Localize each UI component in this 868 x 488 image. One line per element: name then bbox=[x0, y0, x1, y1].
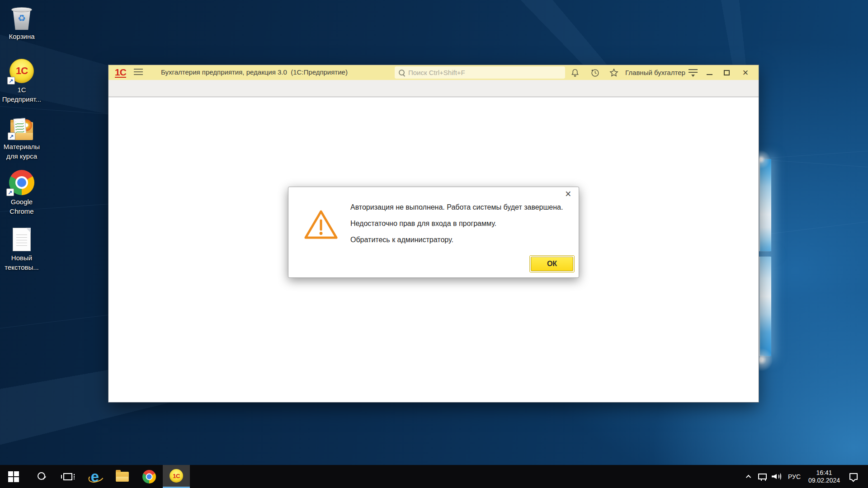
desktop-icon-recycle-bin[interactable]: ♻ Корзина bbox=[0, 4, 43, 41]
shortcut-arrow-icon: ↗ bbox=[6, 188, 14, 196]
ok-button-focus-ring: ОК bbox=[529, 255, 575, 272]
dialog-message: Авторизация не выполнена. Работа системы… bbox=[350, 199, 567, 248]
desktop-icon-label: Материалы для курса bbox=[0, 142, 43, 161]
wallpaper-window-pane bbox=[760, 257, 771, 356]
tray-date: 09.02.2024 bbox=[808, 477, 840, 484]
desktop-icon-google-chrome[interactable]: ↗ Google Chrome bbox=[0, 169, 43, 216]
desktop-icon-label: 1С Предприят... bbox=[0, 85, 43, 104]
folder-documents-icon: ↗ bbox=[0, 114, 43, 140]
taskbar-internet-explorer[interactable]: e bbox=[81, 465, 108, 488]
warning-triangle-icon bbox=[303, 208, 339, 241]
authorization-error-dialog: × Авторизация не выполнена. Работа систе… bbox=[288, 187, 579, 278]
ok-button[interactable]: ОК bbox=[531, 257, 573, 271]
service-settings-menu-icon[interactable] bbox=[689, 69, 698, 76]
dialog-message-line: Обратитесь к администратору. bbox=[350, 232, 567, 248]
dialog-message-line: Недостаточно прав для входа в программу. bbox=[350, 216, 567, 232]
shortcut-arrow-icon: ↗ bbox=[7, 77, 15, 84]
recycle-bin-icon: ♻ bbox=[0, 4, 43, 30]
taskbar-file-explorer[interactable] bbox=[108, 465, 136, 488]
network-icon[interactable] bbox=[755, 465, 769, 488]
search-input[interactable] bbox=[408, 69, 565, 76]
chrome-icon bbox=[142, 470, 156, 483]
minimize-button[interactable] bbox=[702, 65, 717, 80]
chrome-icon: ↗ bbox=[0, 169, 43, 195]
wallpaper-window-pane bbox=[760, 159, 771, 251]
taskbar: e 1С bbox=[0, 465, 868, 488]
task-view-button[interactable] bbox=[54, 465, 81, 488]
taskbar-1c-enterprise-active[interactable]: 1С bbox=[163, 465, 190, 488]
volume-icon[interactable] bbox=[769, 465, 784, 488]
search-icon bbox=[36, 472, 46, 482]
desktop-icon-new-text-document[interactable]: Новый текстовы... bbox=[0, 225, 43, 272]
task-view-icon bbox=[63, 473, 72, 480]
taskbar-google-chrome[interactable] bbox=[136, 465, 163, 488]
action-center-icon[interactable] bbox=[844, 465, 863, 488]
system-tray: РУС 16:41 09.02.2024 bbox=[743, 465, 868, 488]
file-explorer-icon bbox=[116, 472, 129, 482]
global-search-field[interactable] bbox=[395, 66, 565, 79]
desktop-root: ♻ Корзина 1С ↗ 1С Предприят... ↗ Материа… bbox=[0, 0, 868, 488]
history-icon[interactable] bbox=[590, 68, 600, 78]
tray-time: 16:41 bbox=[816, 469, 832, 477]
dialog-message-line: Авторизация не выполнена. Работа системы… bbox=[350, 199, 567, 216]
window-close-button[interactable]: × bbox=[738, 65, 753, 80]
maximize-button[interactable] bbox=[719, 65, 734, 80]
main-menu-hamburger-icon[interactable] bbox=[134, 69, 143, 76]
1c-icon: 1С bbox=[170, 469, 183, 483]
text-document-icon bbox=[0, 225, 43, 251]
notifications-bell-icon[interactable] bbox=[570, 68, 580, 78]
titlebar: 1С Бухгалтерия предприятия, редакция 3.0… bbox=[108, 65, 759, 80]
1c-app-icon: 1С ↗ bbox=[0, 57, 43, 83]
search-icon bbox=[398, 69, 406, 76]
favorites-star-icon[interactable] bbox=[609, 68, 619, 78]
recycle-glyph: ♻ bbox=[11, 13, 32, 23]
desktop-icon-course-materials[interactable]: ↗ Материалы для курса bbox=[0, 114, 43, 161]
shortcut-arrow-icon: ↗ bbox=[8, 132, 15, 140]
desktop-icon-label: Google Chrome bbox=[0, 197, 43, 216]
tray-clock[interactable]: 16:41 09.02.2024 bbox=[805, 465, 844, 488]
tray-chevron-up-icon[interactable] bbox=[743, 465, 755, 488]
internet-explorer-icon: e bbox=[91, 469, 99, 484]
window-title: Бухгалтерия предприятия, редакция 3.0 (1… bbox=[161, 68, 348, 76]
desktop-icon-label: Новый текстовы... bbox=[0, 253, 43, 272]
language-indicator[interactable]: РУС bbox=[784, 465, 805, 488]
1c-logo: 1С bbox=[115, 67, 126, 78]
current-user[interactable]: Главный бухгалтер bbox=[625, 69, 685, 76]
windows-logo-icon bbox=[8, 471, 19, 482]
start-button[interactable] bbox=[0, 465, 27, 488]
desktop-icon-label: Корзина bbox=[0, 32, 43, 41]
dialog-close-icon[interactable]: × bbox=[565, 189, 571, 199]
desktop-icon-1c-enterprise[interactable]: 1С ↗ 1С Предприят... bbox=[0, 57, 43, 104]
taskbar-search-button[interactable] bbox=[27, 465, 54, 488]
app-toolbar bbox=[108, 80, 759, 97]
